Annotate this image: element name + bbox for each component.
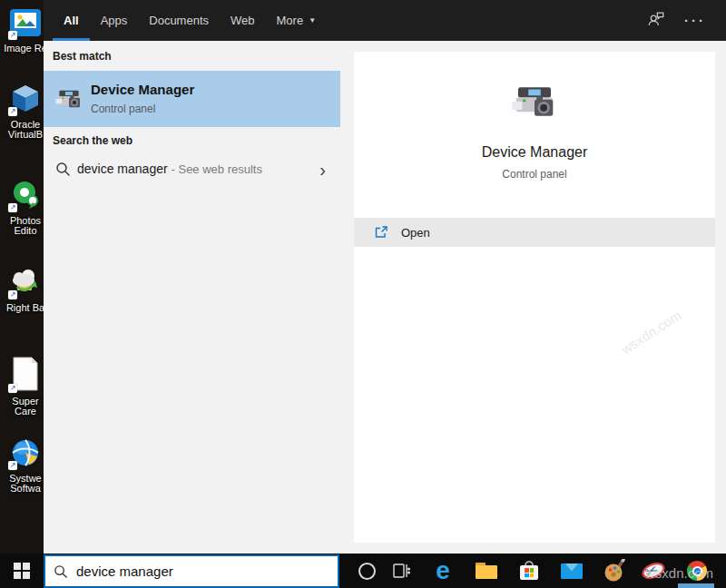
taskbar: e ✂	[0, 554, 726, 588]
edge-icon: e	[436, 558, 450, 583]
watermark-taskbar: wsxdn.com	[645, 565, 713, 581]
preview-panel: Device Manager Control panel Open	[354, 52, 715, 543]
task-view-button[interactable]	[383, 554, 419, 588]
search-tabs-bar: All Apps Documents Web More ▼ ···	[44, 0, 726, 41]
shortcut-arrow-icon: ↗	[8, 31, 17, 40]
device-manager-icon	[54, 84, 83, 117]
task-view-icon	[391, 561, 411, 581]
taskbar-search-box[interactable]	[44, 554, 339, 588]
document-icon: ↗	[10, 357, 41, 391]
web-suffix: - See web results	[172, 162, 262, 176]
best-match-heading: Best match	[53, 50, 112, 63]
search-results-body: Best match Device Manager	[44, 41, 726, 554]
cortana-button[interactable]	[348, 554, 385, 588]
file-explorer-button[interactable]	[468, 554, 505, 588]
open-action[interactable]: Open	[354, 218, 715, 247]
windows-logo-icon	[14, 563, 30, 579]
paint-icon	[603, 559, 627, 583]
tab-more[interactable]: More ▼	[266, 0, 328, 41]
feedback-icon[interactable]	[646, 9, 666, 33]
best-match-result-device-manager[interactable]: Device Manager Control panel	[44, 71, 340, 127]
shortcut-arrow-icon: ↗	[8, 203, 17, 212]
mail-icon	[561, 564, 583, 579]
shortcut-arrow-icon: ↗	[8, 290, 17, 299]
file-explorer-icon	[476, 563, 497, 579]
tab-all[interactable]: All	[53, 0, 90, 41]
search-icon	[55, 162, 71, 177]
taskbar-active-indicator	[678, 583, 714, 588]
virtualbox-icon: ↗	[10, 83, 41, 114]
store-icon	[519, 561, 539, 581]
device-manager-icon-large	[510, 77, 559, 126]
paint-button[interactable]	[597, 554, 633, 588]
tabs: All Apps Documents Web More ▼	[53, 0, 327, 41]
search-web-heading: Search the web	[53, 134, 132, 147]
photos-editor-icon: ↗	[10, 180, 41, 211]
shortcut-arrow-icon: ↗	[8, 107, 17, 116]
systweak-icon: ↗	[10, 437, 41, 468]
search-flyout: All Apps Documents Web More ▼ ··· Best m…	[44, 0, 726, 554]
ellipsis-icon[interactable]: ···	[684, 16, 706, 25]
shortcut-arrow-icon: ↗	[8, 384, 17, 393]
store-button[interactable]	[511, 554, 547, 588]
tab-apps[interactable]: Apps	[90, 0, 139, 41]
search-icon	[54, 564, 68, 579]
result-title: Device Manager	[91, 82, 194, 97]
start-button[interactable]	[0, 554, 44, 588]
tab-documents[interactable]: Documents	[138, 0, 220, 41]
image-viewer-icon: ↗	[10, 7, 41, 38]
cloud-backup-icon: ↗	[10, 267, 41, 298]
open-icon	[374, 225, 388, 240]
result-subtitle: Control panel	[91, 103, 155, 115]
chevron-down-icon: ▼	[309, 16, 316, 24]
preview-subtitle: Control panel	[354, 168, 715, 181]
cortana-icon	[358, 563, 376, 580]
shortcut-arrow-icon: ↗	[8, 461, 17, 470]
web-query: device manager - See web results	[77, 162, 262, 176]
mail-button[interactable]	[554, 554, 590, 588]
edge-button[interactable]: e	[425, 554, 461, 588]
web-search-result[interactable]: device manager - See web results ›	[44, 152, 340, 188]
results-column: Best match Device Manager	[44, 41, 354, 554]
open-label: Open	[401, 226, 430, 240]
chevron-right-icon: ›	[319, 160, 326, 181]
preview-title: Device Manager	[354, 144, 715, 161]
tab-web[interactable]: Web	[220, 0, 266, 41]
taskbar-search-input[interactable]	[76, 564, 303, 579]
